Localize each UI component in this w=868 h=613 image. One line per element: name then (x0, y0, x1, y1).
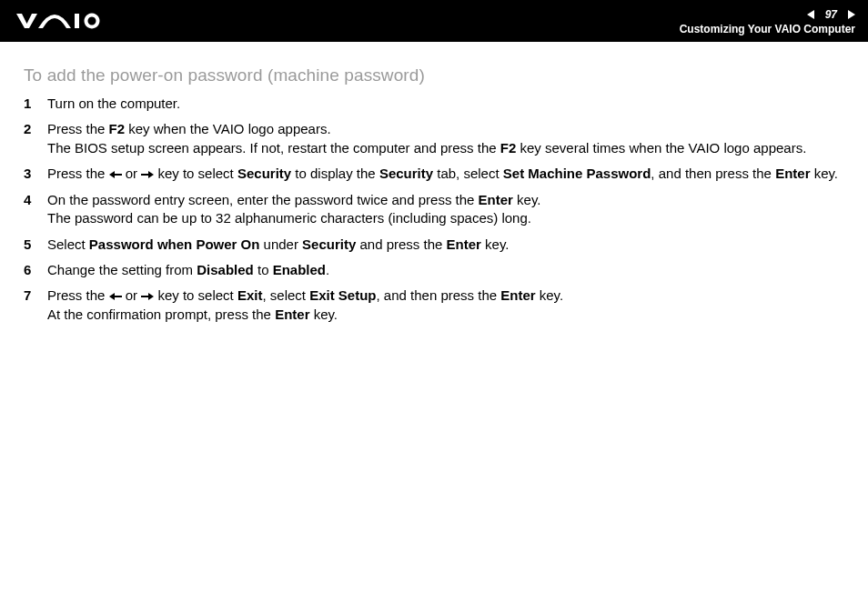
step-number: 7 (24, 286, 47, 305)
step-body: Change the setting from Disabled to Enab… (47, 261, 844, 279)
step-2: 2 Press the F2 key when the VAIO logo ap… (24, 120, 844, 157)
text: Press the (47, 166, 109, 181)
step-body: Press the or key to select Security to d… (47, 165, 844, 184)
text: key to select (154, 287, 237, 303)
text: Change the setting from (47, 262, 197, 277)
text: The password can be up to 32 alphanumeri… (47, 210, 531, 226)
step-number: 6 (24, 261, 47, 279)
step-number: 5 (24, 236, 47, 254)
arrow-left-icon (109, 166, 122, 184)
text: Press the (47, 121, 109, 136)
page-title: To add the power-on password (machine pa… (24, 65, 844, 85)
text: to display the (291, 166, 379, 181)
svg-marker-4 (141, 171, 154, 178)
text: Press the (47, 287, 109, 303)
step-body: Press the F2 key when the VAIO logo appe… (47, 120, 844, 157)
step-body: Select Password when Power On under Secu… (47, 236, 844, 254)
text: The BIOS setup screen appears. If not, r… (47, 140, 500, 156)
text: key. (309, 306, 338, 322)
text: key. (481, 236, 510, 252)
svg-marker-3 (109, 171, 122, 178)
ui-term: Set Machine Password (503, 166, 651, 181)
svg-marker-2 (848, 10, 855, 19)
ui-term: Security (237, 166, 291, 181)
text: key. (536, 287, 564, 303)
step-number: 3 (24, 165, 47, 183)
step-body: Press the or key to select Exit, select … (47, 286, 844, 325)
header-right: 97 Customizing Your VAIO Computer (680, 6, 855, 35)
content: To add the power-on password (machine pa… (0, 42, 868, 325)
step-7: 7 Press the or key to select Exit, selec… (24, 286, 844, 325)
header-bar: 97 Customizing Your VAIO Computer (0, 0, 868, 42)
vaio-logo (16, 13, 126, 29)
ui-term: Security (302, 236, 356, 252)
step-number: 4 (24, 191, 47, 209)
ui-term: Disabled (197, 262, 254, 277)
steps-list: 1 Turn on the computer. 2 Press the F2 k… (24, 95, 844, 325)
text: Select (47, 236, 89, 252)
ui-term: Enabled (273, 262, 326, 277)
page-nav: 97 (807, 8, 855, 21)
arrow-right-icon (141, 166, 154, 184)
text: , and then press the (651, 166, 775, 181)
step-3: 3 Press the or key to select Security to… (24, 165, 844, 184)
text: and press the (356, 236, 446, 252)
text: , and then press the (377, 287, 501, 303)
text: or (122, 166, 142, 181)
step-body: Turn on the computer. (47, 95, 844, 113)
step-4: 4 On the password entry screen, enter th… (24, 191, 844, 228)
svg-marker-6 (141, 293, 154, 300)
section-title: Customizing Your VAIO Computer (680, 23, 855, 35)
text: key. (810, 166, 838, 181)
text: under (259, 236, 302, 252)
step-body: On the password entry screen, enter the … (47, 191, 844, 228)
svg-rect-0 (75, 14, 79, 28)
arrow-right-icon (141, 287, 154, 306)
nav-next-icon[interactable] (843, 10, 855, 19)
key-name: Enter (275, 306, 309, 322)
ui-term: Exit Setup (309, 287, 376, 303)
svg-marker-1 (807, 10, 814, 19)
text: to (254, 262, 273, 277)
text: key several times when the VAIO logo app… (516, 140, 806, 156)
key-name: F2 (500, 140, 517, 156)
text: key when the VAIO logo appears. (125, 121, 331, 136)
text: key. (513, 192, 541, 207)
step-number: 2 (24, 120, 47, 138)
text: tab, select (433, 166, 503, 181)
page-number: 97 (825, 8, 837, 21)
nav-prev-icon[interactable] (807, 10, 820, 19)
step-5: 5 Select Password when Power On under Se… (24, 236, 844, 254)
arrow-left-icon (109, 287, 122, 306)
text: On the password entry screen, enter the … (47, 192, 479, 207)
ui-term: Security (379, 166, 433, 181)
step-number: 1 (24, 95, 47, 113)
key-name: Enter (500, 287, 535, 303)
key-name: Enter (447, 236, 481, 252)
text: or (122, 287, 142, 303)
ui-term: Password when Power On (89, 236, 260, 252)
key-name: Enter (479, 192, 513, 207)
text: , select (262, 287, 309, 303)
key-name: F2 (109, 121, 126, 136)
text: . (326, 262, 329, 277)
svg-marker-5 (109, 293, 122, 300)
step-1: 1 Turn on the computer. (24, 95, 844, 113)
ui-term: Exit (237, 287, 263, 303)
step-6: 6 Change the setting from Disabled to En… (24, 261, 844, 279)
text: At the confirmation prompt, press the (47, 306, 275, 322)
key-name: Enter (775, 166, 810, 181)
text: key to select (154, 166, 237, 181)
